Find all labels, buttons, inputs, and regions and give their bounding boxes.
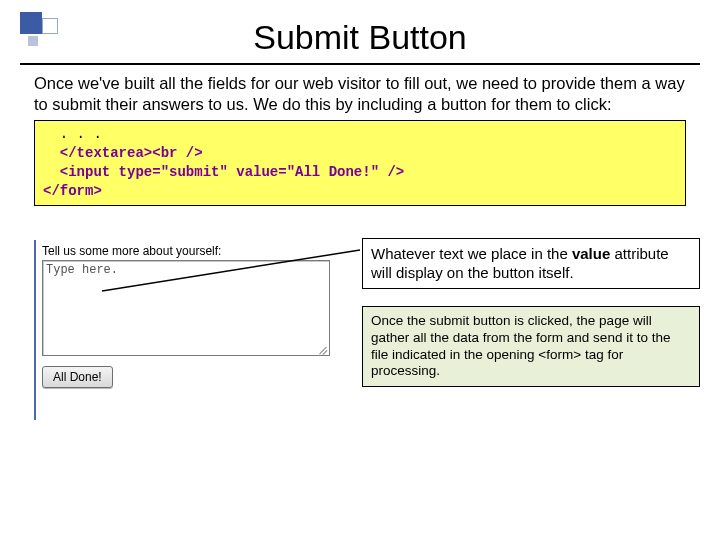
value-attribute-note: Whatever text we place in the value attr… — [362, 238, 700, 290]
slide-title: Submit Button — [0, 0, 720, 57]
title-rule — [20, 63, 700, 65]
intro-paragraph: Once we've built all the fields for our … — [34, 73, 686, 114]
code-line: . . . — [43, 126, 102, 142]
resize-handle-icon — [318, 344, 328, 354]
submit-behavior-note: Once the submit button is clicked, the p… — [362, 306, 700, 388]
preview-submit-button[interactable]: All Done! — [42, 366, 113, 388]
code-line: </textarea><br /> — [43, 145, 203, 161]
code-line: <input type="submit" value="All Done!" /… — [43, 164, 404, 180]
preview-textarea[interactable]: Type here. — [42, 260, 330, 356]
preview-label: Tell us some more about yourself: — [36, 240, 346, 260]
preview-textarea-placeholder: Type here. — [46, 263, 118, 277]
rendered-preview: Tell us some more about yourself: Type h… — [34, 240, 346, 420]
code-line: </form> — [43, 183, 102, 199]
code-example-box: . . . </textarea><br /> <input type="sub… — [34, 120, 686, 206]
slide-corner-decoration — [20, 12, 60, 52]
